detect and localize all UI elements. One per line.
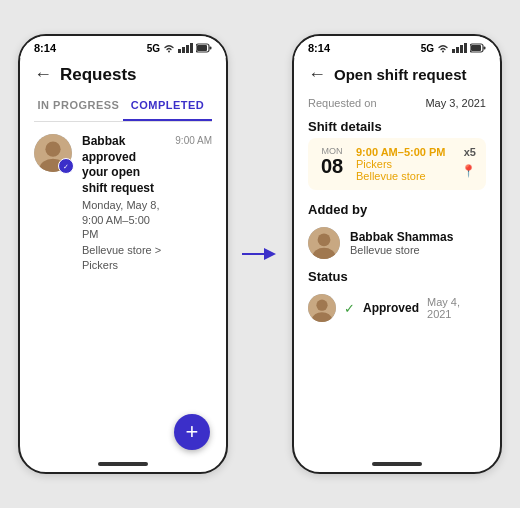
svg-point-13	[318, 233, 331, 246]
shift-date: MON 08	[318, 146, 346, 176]
requested-on-value: May 3, 2021	[425, 97, 486, 109]
tab-in-progress[interactable]: IN PROGRESS	[34, 91, 123, 121]
svg-rect-11	[484, 47, 486, 50]
status-section-title: Status	[294, 265, 500, 288]
requested-on-label: Requested on	[308, 97, 377, 109]
detail-nav: ← Open shift request	[294, 58, 500, 91]
time-1: 8:14	[34, 42, 56, 54]
added-by-info: Babbak Shammas Bellevue store	[350, 230, 453, 256]
status-text: Approved	[363, 301, 419, 315]
shift-right: x5 📍	[461, 146, 476, 178]
network-1: 5G	[147, 43, 160, 54]
arrow-indicator	[240, 244, 280, 264]
back-button-2[interactable]: ←	[308, 64, 326, 85]
svg-rect-1	[197, 45, 207, 51]
tab-completed[interactable]: COMPLETED	[123, 91, 212, 121]
battery-icon-1	[196, 43, 212, 53]
screen-content-1: ← Requests IN PROGRESS COMPLETED	[20, 58, 226, 462]
avatar-badge: ✓	[58, 158, 74, 174]
screen-content-2: ← Open shift request Requested on May 3,…	[294, 58, 500, 462]
status-bar-1: 8:14 5G	[20, 36, 226, 58]
shift-day-num: 08	[321, 156, 343, 176]
signal-icon-2	[452, 43, 467, 53]
home-bar-2	[372, 462, 422, 466]
svg-rect-10	[471, 45, 481, 51]
shift-location: Bellevue store	[356, 170, 451, 182]
transition-arrow	[240, 244, 280, 264]
phone-1: 8:14 5G	[18, 34, 228, 474]
requested-on-row: Requested on May 3, 2021	[294, 91, 500, 115]
time-2: 8:14	[308, 42, 330, 54]
back-button-1[interactable]: ←	[34, 64, 52, 85]
added-by-row: Babbak Shammas Bellevue store	[294, 221, 500, 265]
status-icons-2: 5G	[421, 43, 486, 54]
added-by-name: Babbak Shammas	[350, 230, 453, 244]
avatar-face-svg-2	[308, 227, 340, 259]
shift-time: 9:00 AM–5:00 PM	[356, 146, 451, 158]
status-icons-1: 5G	[147, 43, 212, 54]
page-title-1: Requests	[60, 65, 137, 85]
svg-text:✓: ✓	[63, 163, 69, 170]
notification-text: Babbak approved your open shift request …	[82, 134, 165, 272]
added-by-title: Added by	[294, 198, 500, 221]
status-bar-2: 8:14 5G	[294, 36, 500, 58]
home-bar-1	[98, 462, 148, 466]
tabs-1: IN PROGRESS COMPLETED	[34, 91, 212, 122]
notification-item[interactable]: ✓ Babbak approved your open shift reques…	[20, 122, 226, 284]
shift-info: 9:00 AM–5:00 PM Pickers Bellevue store	[356, 146, 451, 182]
fab-button[interactable]: +	[174, 414, 210, 450]
signal-icon-1	[178, 43, 193, 53]
shift-count: x5	[464, 146, 476, 158]
notification-time: 9:00 AM	[175, 135, 212, 146]
page-title-2: Open shift request	[334, 66, 467, 83]
notification-sub2: Bellevue store > Pickers	[82, 243, 165, 272]
avatar-wrap: ✓	[34, 134, 72, 172]
svg-rect-2	[210, 47, 212, 50]
nav-header-1: ← Requests	[20, 58, 226, 91]
status-row: ✓ Approved May 4, 2021	[294, 288, 500, 328]
location-pin-icon: 📍	[461, 164, 476, 178]
avatar-2	[308, 227, 340, 259]
notification-sub1: Monday, May 8, 9:00 AM–5:00 PM	[82, 198, 165, 241]
shift-details-title: Shift details	[294, 115, 500, 138]
svg-point-16	[316, 300, 327, 311]
shift-card: MON 08 9:00 AM–5:00 PM Pickers Bellevue …	[308, 138, 486, 190]
avatar-face-svg-3	[308, 294, 336, 322]
phone-2: 8:14 5G ← Open shift re	[292, 34, 502, 474]
battery-icon-2	[470, 43, 486, 53]
svg-point-4	[45, 142, 60, 157]
network-2: 5G	[421, 43, 434, 54]
status-date: May 4, 2021	[427, 296, 486, 320]
wifi-icon-1	[163, 43, 175, 53]
wifi-icon-2	[437, 43, 449, 53]
avatar-3	[308, 294, 336, 322]
notification-title: Babbak approved your open shift request	[82, 134, 165, 196]
check-icon: ✓	[344, 301, 355, 316]
added-by-store: Bellevue store	[350, 244, 453, 256]
shift-role: Pickers	[356, 158, 451, 170]
badge-icon: ✓	[61, 161, 71, 171]
